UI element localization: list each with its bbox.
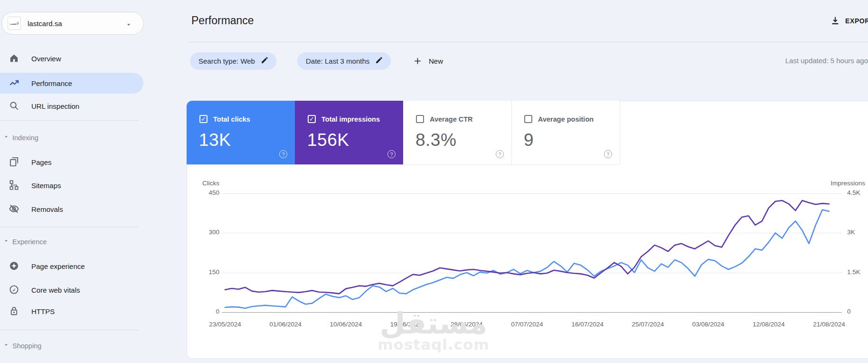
- property-logo: لاست: [8, 17, 21, 30]
- sitemaps-icon: [9, 180, 19, 191]
- sidebar-item-pages[interactable]: Pages: [0, 152, 143, 172]
- right-axis-title: Impressions: [818, 180, 865, 187]
- property-name: lastcard.sa: [28, 19, 62, 28]
- cards-bottom-border: [187, 164, 620, 165]
- help-icon[interactable]: ?: [387, 150, 396, 158]
- left-axis-title: Clicks: [191, 180, 219, 187]
- x-axis-date-label: 25/07/2024: [626, 321, 669, 328]
- sidebar-item-core-web-vitals[interactable]: Core web vitals: [0, 279, 143, 300]
- filter-chip-label: Date: Last 3 months: [306, 57, 369, 65]
- caret-down-icon: [3, 342, 9, 348]
- sidebar-item-label: Core web vitals: [31, 286, 80, 294]
- help-icon[interactable]: ?: [604, 150, 612, 158]
- removals-icon: [9, 203, 19, 214]
- metric-checkbox[interactable]: [416, 115, 424, 123]
- sidebar-item-label: Pages: [31, 158, 52, 166]
- chevron-down-icon: [125, 21, 132, 28]
- sidebar-item-sitemaps[interactable]: Sitemaps: [0, 175, 143, 196]
- last-updated-text: Last updated: 5 hours ago: [785, 57, 868, 65]
- metric-card-average-position[interactable]: Average position 9 ?: [511, 101, 620, 164]
- home-icon: [9, 53, 19, 64]
- download-icon: [830, 16, 840, 26]
- sidebar-divider: [0, 120, 139, 121]
- sidebar-divider: [0, 227, 139, 227]
- sidebar-section-label: Shopping: [12, 342, 41, 350]
- sidebar-section-shopping[interactable]: Shopping: [0, 339, 143, 353]
- filter-chip[interactable]: Search type: Web: [190, 52, 276, 70]
- gridline: [222, 273, 842, 273]
- caret-down-icon: [3, 134, 9, 140]
- export-label: EXPORT: [845, 17, 868, 25]
- metric-value: 156K: [307, 130, 349, 150]
- right-axis-tick: 3K: [847, 229, 855, 236]
- help-icon[interactable]: ?: [279, 150, 287, 158]
- https-icon: [9, 306, 19, 316]
- property-selector[interactable]: لاست lastcard.sa: [1, 12, 144, 35]
- left-axis-tick: 300: [191, 229, 219, 236]
- card-separator: [511, 101, 512, 164]
- edit-filter-button[interactable]: [375, 56, 383, 66]
- right-axis-tick: 4.5K: [847, 189, 860, 196]
- metric-label: Total impressions: [321, 115, 380, 123]
- sidebar-divider: [0, 330, 139, 330]
- core-web-vitals-icon: [9, 284, 19, 295]
- sidebar-item-label: Overview: [31, 55, 61, 63]
- metric-value: 13K: [199, 130, 231, 150]
- header-divider: [189, 42, 868, 42]
- sidebar-item-overview[interactable]: Overview: [0, 48, 143, 69]
- sidebar-item-label: Page experience: [31, 262, 85, 270]
- gridline: [222, 233, 842, 233]
- metric-label: Average CTR: [430, 115, 473, 123]
- page-experience-icon: [9, 260, 19, 271]
- metric-checkbox[interactable]: [524, 115, 532, 123]
- sidebar-section-experience[interactable]: Experience: [0, 235, 143, 249]
- metric-checkbox[interactable]: ✓: [308, 115, 316, 123]
- sidebar-section-indexing[interactable]: Indexing: [0, 131, 143, 145]
- x-axis-date-label: 07/07/2024: [506, 321, 548, 328]
- caret-down-icon: [3, 238, 9, 244]
- x-axis-date-label: 10/06/2024: [324, 321, 367, 328]
- left-axis-tick: 150: [191, 268, 219, 276]
- metric-checkbox[interactable]: ✓: [199, 115, 208, 123]
- metric-card-average-ctr[interactable]: Average CTR 8.3% ?: [403, 101, 511, 164]
- sidebar-item-url-inspection[interactable]: URL inspection: [0, 96, 143, 116]
- sidebar-item-label: Sitemaps: [31, 182, 61, 190]
- x-axis-date-label: 01/06/2024: [264, 321, 307, 328]
- left-axis-tick: 0: [191, 308, 219, 315]
- sidebar-item-label: URL inspection: [31, 102, 79, 110]
- pencil-icon: [375, 56, 383, 64]
- new-filter-label: New: [429, 57, 443, 65]
- sidebar-item-https[interactable]: HTTPS: [0, 301, 143, 322]
- sidebar-item-performance[interactable]: Performance: [0, 73, 143, 94]
- sidebar-item-label: Performance: [31, 79, 72, 87]
- sidebar-item-page-experience[interactable]: Page experience: [0, 256, 143, 277]
- plus-icon: [413, 57, 422, 66]
- x-axis-line: [222, 312, 842, 313]
- metric-card-total-impressions[interactable]: ✓ Total impressions 156K ?: [295, 101, 403, 164]
- x-axis-date-label: 03/08/2024: [687, 321, 730, 328]
- left-axis-tick: 450: [191, 189, 219, 196]
- sidebar-item-label: HTTPS: [31, 307, 55, 315]
- help-icon[interactable]: ?: [496, 150, 504, 158]
- x-axis-date-label: 12/08/2024: [747, 321, 790, 328]
- pencil-icon: [261, 56, 269, 64]
- metric-label: Average position: [538, 115, 594, 123]
- sidebar-item-removals[interactable]: Removals: [0, 199, 143, 220]
- filter-chip[interactable]: Date: Last 3 months: [297, 52, 391, 70]
- metric-value: 8.3%: [415, 130, 456, 150]
- metric-label: Total clicks: [213, 115, 250, 123]
- x-axis-date-label: 16/07/2024: [566, 321, 609, 328]
- export-button[interactable]: EXPORT: [830, 16, 868, 26]
- new-filter-button[interactable]: New: [408, 52, 448, 70]
- edit-filter-button[interactable]: [261, 56, 269, 66]
- card-separator: [620, 101, 620, 164]
- filter-chip-label: Search type: Web: [198, 57, 255, 65]
- pages-icon: [9, 156, 19, 167]
- page-title: Performance: [191, 14, 254, 27]
- metric-card-total-clicks[interactable]: ✓ Total clicks 13K ?: [187, 101, 295, 164]
- x-axis-date-label: 21/08/2024: [808, 321, 850, 328]
- right-axis-tick: 0: [847, 308, 851, 315]
- x-axis-date-label: 28/06/2024: [445, 321, 488, 328]
- performance-icon: [9, 77, 19, 88]
- sidebar-section-label: Indexing: [12, 134, 38, 142]
